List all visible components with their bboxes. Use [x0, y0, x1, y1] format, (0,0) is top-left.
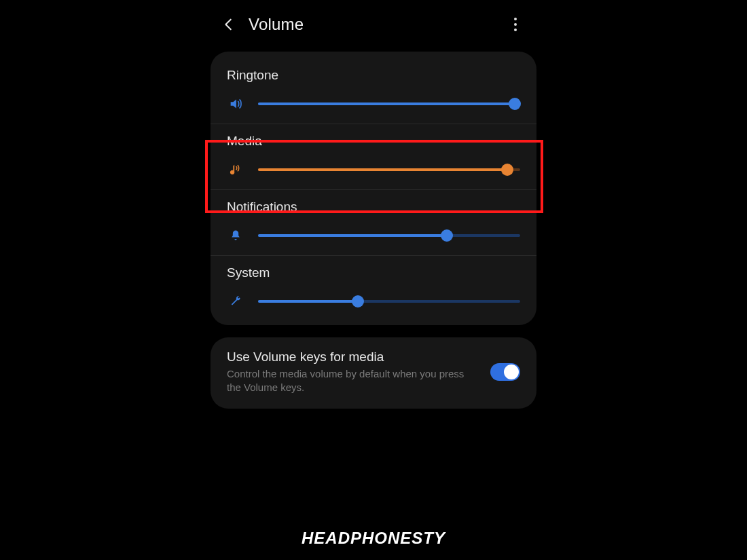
media-slider[interactable]	[258, 163, 520, 176]
media-label: Media	[227, 134, 520, 149]
music-note-icon	[227, 161, 244, 179]
watermark-text: HEADPHONESTY	[0, 529, 747, 548]
notifications-label: Notifications	[227, 200, 520, 214]
page-title: Volume	[249, 15, 507, 34]
volume-settings-screen: Volume Ringtone	[204, 0, 543, 523]
system-label: System	[227, 265, 520, 280]
chevron-left-icon	[221, 17, 236, 32]
header-bar: Volume	[204, 0, 543, 49]
ringtone-row: Ringtone	[211, 58, 536, 124]
speaker-icon	[227, 95, 244, 113]
system-slider[interactable]	[258, 295, 520, 308]
dot-icon	[514, 23, 517, 26]
back-button[interactable]	[220, 16, 238, 33]
dot-icon	[514, 18, 517, 20]
wrench-icon	[227, 293, 244, 310]
option-title: Use Volume keys for media	[227, 350, 479, 365]
notifications-row: Notifications	[211, 189, 536, 255]
option-text: Use Volume keys for media Control the me…	[227, 350, 490, 395]
toggle-knob	[504, 365, 519, 379]
notifications-slider[interactable]	[258, 229, 520, 242]
volume-sliders-card: Ringtone Media	[211, 52, 536, 325]
media-row: Media	[211, 124, 536, 189]
more-options-button[interactable]	[507, 16, 524, 33]
ringtone-label: Ringtone	[227, 68, 520, 83]
volume-keys-option[interactable]: Use Volume keys for media Control the me…	[211, 337, 536, 409]
volume-keys-toggle[interactable]	[490, 363, 520, 381]
dot-icon	[514, 29, 517, 31]
system-row: System	[211, 255, 536, 321]
bell-icon	[227, 227, 244, 244]
ringtone-slider[interactable]	[258, 97, 520, 111]
option-subtitle: Control the media volume by default when…	[227, 367, 479, 395]
